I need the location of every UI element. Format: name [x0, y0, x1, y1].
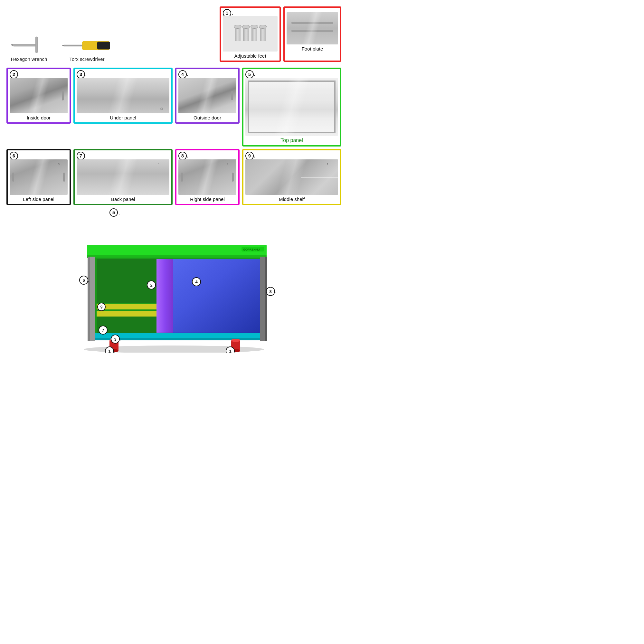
svg-rect-4: [97, 42, 110, 50]
svg-text:.: .: [105, 305, 106, 309]
svg-text:.: .: [201, 279, 202, 284]
svg-text:.: .: [88, 278, 89, 283]
under-panel-label: Under panel: [77, 115, 169, 120]
svg-rect-24: [156, 259, 174, 333]
svg-text:8: 8: [269, 289, 271, 294]
svg-rect-5: [64, 45, 82, 46]
adjustable-feet-label: Adjustable feet: [223, 53, 278, 59]
hexagon-wrench-icon: [10, 35, 48, 54]
right-side-panel-box: 8. 4 Right side panel: [175, 149, 240, 205]
middle-shelf-box: 9. 1 Middle shelf: [242, 149, 341, 205]
hexagon-wrench-item: Hexagon wrench: [10, 35, 48, 62]
torx-screwdriver-icon: [61, 37, 113, 54]
svg-text:.: .: [114, 349, 115, 353]
cabinet-section: 5 .: [6, 208, 341, 353]
svg-text:.: .: [156, 283, 157, 288]
svg-text:.: .: [119, 337, 121, 342]
right-side-panel-label: Right side panel: [178, 196, 236, 202]
svg-rect-26: [173, 259, 260, 333]
under-panel-box: 3. Under panel: [73, 68, 173, 124]
left-side-panel-label: Left side panel: [10, 196, 68, 202]
back-panel-label: Back panel: [77, 196, 169, 202]
svg-text:7: 7: [102, 328, 104, 333]
svg-text:6: 6: [82, 278, 85, 283]
tools-row: Hexagon wrench Torx screwdriver 1.: [6, 6, 341, 62]
top-panel-label: Top panel: [245, 137, 338, 143]
torx-label: Torx screwdriver: [69, 56, 104, 62]
adjustable-feet-image: [223, 16, 278, 52]
top-panel-box: 5. Top panel: [242, 68, 341, 147]
cabinet-top-num: 5: [109, 208, 118, 217]
svg-text:4: 4: [195, 279, 198, 284]
page-container: Hexagon wrench Torx screwdriver 1.: [0, 0, 348, 359]
svg-marker-2: [11, 44, 13, 46]
inside-door-label: Inside door: [10, 115, 68, 120]
svg-text:.: .: [275, 289, 276, 294]
hex-wrench-label: Hexagon wrench: [11, 56, 47, 62]
svg-text:3: 3: [114, 337, 116, 342]
outside-door-box: 4. Outside door: [175, 68, 240, 124]
cabinet-diagram: 6 . 7 . 9 . 2 . 4 . 8 .: [61, 217, 287, 353]
outside-door-label: Outside door: [178, 115, 236, 120]
svg-text:9: 9: [100, 305, 103, 309]
torx-screwdriver-item: Torx screwdriver: [61, 37, 113, 62]
svg-text:2: 2: [150, 283, 152, 288]
svg-text:1: 1: [108, 349, 110, 353]
back-panel-box: 7. 1 Back panel: [73, 149, 173, 205]
svg-text:GOPRENNU: GOPRENNU: [243, 248, 260, 251]
svg-rect-12: [88, 257, 90, 341]
svg-rect-14: [265, 257, 267, 341]
svg-point-31: [231, 339, 240, 342]
inside-door-box: 2. Inside door: [6, 68, 71, 124]
svg-text:1: 1: [229, 349, 231, 353]
svg-rect-10: [87, 255, 267, 258]
svg-rect-0: [13, 44, 37, 46]
left-side-panel-box: 6. 3 Left side panel: [6, 149, 71, 205]
svg-text:.: .: [107, 328, 109, 333]
adjustable-feet-box: 1. Adjustable feet: [220, 6, 281, 62]
foot-plate-label: Foot plate: [287, 46, 338, 52]
svg-marker-6: [62, 45, 64, 46]
foot-plate-box: Foot plate: [283, 6, 341, 62]
svg-rect-1: [35, 37, 38, 53]
middle-shelf-label: Middle shelf: [245, 196, 338, 202]
svg-text:.: .: [234, 349, 236, 353]
foot-plate-image: [287, 12, 338, 44]
